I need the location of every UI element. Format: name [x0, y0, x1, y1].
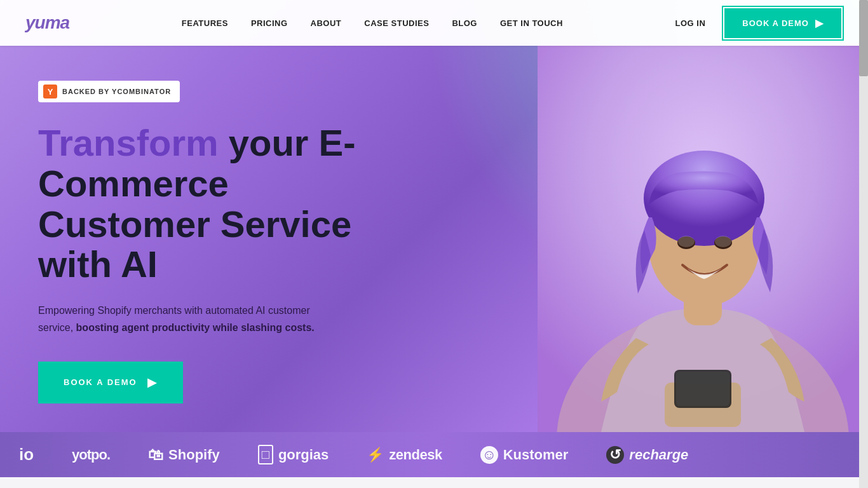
- svg-point-4: [644, 151, 764, 246]
- nav-book-demo-label: BOOK A DEMO: [742, 18, 809, 28]
- nav-case-studies[interactable]: CASE STUDIES: [364, 18, 429, 28]
- shopify-icon: 🛍: [148, 446, 163, 464]
- hero-cta-bold: DEMO: [107, 377, 137, 387]
- zendesk-icon: ⚡: [367, 447, 384, 463]
- nav-right: LOG IN BOOK A DEMO ▶: [675, 7, 843, 39]
- nav-about[interactable]: ABOUT: [311, 18, 342, 28]
- partners-strip: io yotpo. 🛍 Shopify □ gorgias ⚡ zendesk …: [0, 432, 868, 477]
- svg-point-7: [678, 236, 695, 247]
- navbar: yuma FEATURES PRICING ABOUT CASE STUDIES…: [0, 0, 868, 46]
- scrollbar-thumb[interactable]: [859, 0, 868, 76]
- ycombinator-icon: Y: [43, 85, 57, 98]
- nav-links: FEATURES PRICING ABOUT CASE STUDIES BLOG…: [182, 17, 563, 29]
- hero-cta-button[interactable]: BOOK A DEMO ▶: [38, 362, 183, 403]
- scrollbar[interactable]: [859, 0, 868, 488]
- partner-zendesk: ⚡ zendesk: [367, 447, 442, 463]
- hero-content: Y BACKED BY YCOMBINATOR Transform your E…: [0, 46, 394, 423]
- svg-rect-11: [676, 372, 729, 406]
- kustomer-icon: ☺: [480, 446, 498, 464]
- nav-book-demo-button[interactable]: BOOK A DEMO ▶: [723, 7, 843, 39]
- bottom-preview: [0, 477, 868, 488]
- partner-shopify: 🛍 Shopify: [148, 446, 220, 464]
- hero-cta-text: BOOK A DEMO: [64, 377, 137, 387]
- partner-io: io: [19, 445, 34, 464]
- nav-arrow-icon: ▶: [815, 17, 824, 29]
- svg-point-8: [715, 236, 731, 247]
- partner-gorgias: □ gorgias: [258, 445, 329, 464]
- partner-kustomer: ☺ Kustomer: [480, 446, 569, 464]
- hero-cta-arrow-icon: ▶: [147, 376, 158, 390]
- partners-inner: io yotpo. 🛍 Shopify □ gorgias ⚡ zendesk …: [0, 445, 707, 464]
- hero-section: Y BACKED BY YCOMBINATOR Transform your E…: [0, 0, 868, 432]
- hero-subtext-bold: boosting agent productivity while slashi…: [76, 322, 315, 333]
- recharge-icon: ↺: [606, 446, 624, 464]
- gorgias-icon: □: [258, 445, 273, 464]
- partner-recharge: ↺ recharge: [606, 446, 688, 464]
- hero-headline: Transform your E-Commerce Customer Servi…: [38, 123, 356, 285]
- login-link[interactable]: LOG IN: [675, 18, 706, 28]
- hero-headline-transform: Transform: [38, 122, 219, 163]
- nav-pricing[interactable]: PRICING: [251, 18, 288, 28]
- partner-yotpo: yotpo.: [72, 447, 110, 463]
- nav-blog[interactable]: BLOG: [452, 18, 477, 28]
- hero-subtext: Empowering Shopify merchants with automa…: [38, 302, 343, 336]
- logo[interactable]: yuma: [25, 13, 69, 33]
- hero-person-image: [538, 46, 868, 432]
- ycombinator-text: BACKED BY YCOMBINATOR: [62, 88, 171, 95]
- nav-features[interactable]: FEATURES: [182, 18, 228, 28]
- nav-get-in-touch[interactable]: GET IN TOUCH: [500, 18, 563, 28]
- ycombinator-badge: Y BACKED BY YCOMBINATOR: [38, 81, 180, 102]
